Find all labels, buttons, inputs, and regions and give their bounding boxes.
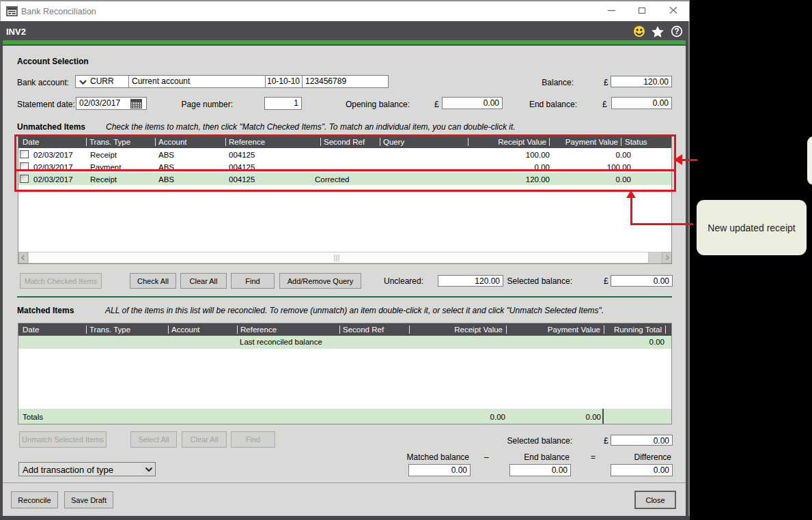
svg-text:?: ? — [674, 27, 679, 36]
